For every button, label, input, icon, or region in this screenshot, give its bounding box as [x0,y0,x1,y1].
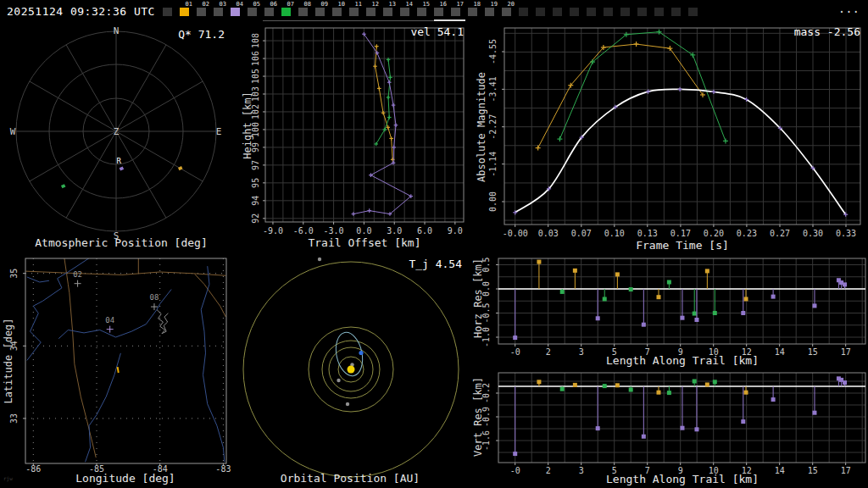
station-indicator-label: 09 [321,2,328,8]
residual-point [693,380,697,384]
magnitude-axis-label: Absolute Magnitude [476,72,487,182]
map-station-label-08: 08 [150,293,159,302]
station-indicator[interactable] [654,8,664,16]
station-indicator[interactable] [570,8,579,16]
station-indicator-17[interactable]: 17 [451,8,460,16]
trail-y-tick: 92 [251,214,260,224]
station-indicator-11[interactable]: 11 [349,8,359,16]
station-indicator[interactable] [553,8,562,16]
residual-point [573,383,577,387]
residual-point [741,419,745,424]
trail-y-tick: 106 [251,51,260,66]
orbital-caption: Orbital Position [AU] [281,472,420,485]
station-indicator-01[interactable]: 01 [180,8,189,16]
station-indicator-04[interactable]: 04 [231,8,240,16]
planet-earth [359,351,363,355]
map-station-label-02: 02 [73,270,82,279]
lc-x-tick: -0.00 [503,229,528,238]
trail-offset-axis-label: Trail Offset [km] [308,236,420,249]
residual-point [771,295,776,299]
residual-point [743,391,748,395]
station-indicator-06[interactable]: 06 [264,8,274,16]
res-x-tick: 14 [775,347,785,357]
station-indicator-16[interactable]: 16 [434,8,443,16]
station-indicator-label: 17 [457,2,464,8]
station-indicator-09[interactable]: 09 [315,8,325,16]
residual-point [560,387,565,391]
residual-point [642,435,646,439]
height-axis-label: Height [km] [242,92,253,158]
station-indicator-20[interactable]: 20 [502,8,511,16]
planet-jupiter [318,258,321,261]
residual-point [680,316,684,320]
station-indicator-05[interactable]: 05 [248,8,257,16]
residual-point [513,452,517,456]
res-x-tick: 15 [808,347,818,357]
station-indicator-label: 11 [355,2,362,8]
trail-x-tick: 3.0 [387,226,402,236]
lc-y-tick: -2.27 [488,114,498,140]
station-indicator-label: 20 [508,2,515,8]
station-indicator[interactable] [587,8,596,16]
station-indicator-07[interactable]: 07 [281,8,291,16]
station-indicator[interactable] [536,8,545,16]
station-indicator-13[interactable]: 13 [383,8,392,16]
timeline-progress[interactable] [434,19,465,21]
station-indicator-08[interactable]: 08 [298,8,308,16]
station-indicator[interactable] [688,8,698,16]
trail-y-tick: 108 [251,33,260,48]
trail-x-tick: -6.0 [293,226,314,236]
residual-point [656,391,660,395]
trail-x-tick: 0.0 [356,226,371,236]
trail-y-tick: 95 [251,178,260,188]
station-indicator[interactable] [604,8,613,16]
station-indicator-label: 03 [220,2,226,8]
station-indicator-19[interactable]: 19 [485,8,494,16]
lc-series-07 [559,32,726,141]
residual-point [713,311,717,315]
trail-x-tick: -3.0 [324,226,344,236]
res-x-tick: 3 [579,347,584,357]
residual-point [771,397,776,402]
trail-x-tick: 9.0 [448,226,463,236]
station-indicator[interactable] [637,8,647,16]
longitude-axis-label: Longitude [deg] [75,472,175,485]
residual-point [843,282,847,286]
res-x-tick: 17 [841,347,851,357]
zenith-label: Z [114,126,120,137]
station-indicator[interactable] [620,8,630,16]
station-indicator-03[interactable]: 03 [214,8,223,16]
station-indicator[interactable] [163,8,172,16]
trail-offset-plot: -9.0-6.0-3.00.03.06.09.09294959799100102… [251,28,464,236]
trail-x-tick: 6.0 [417,226,432,236]
residual-point [629,388,633,392]
light-curve-plot: -0.000.030.070.100.130.170.200.230.270.3… [488,28,860,238]
overflow-menu-button[interactable]: ... [838,2,860,15]
lc-y-tick: -4.55 [488,39,498,64]
residual-point [513,336,517,340]
tisserand-value: T_j 4.54 [409,258,462,270]
atmospheric-caption: Atmospheric Position [deg] [35,236,208,249]
map-lat-tick: 33 [9,413,19,424]
trail-y-tick: 97 [251,160,260,170]
station-indicator-12[interactable]: 12 [366,8,376,16]
station-indicator[interactable] [671,8,681,16]
lc-x-tick: 0.23 [737,229,757,238]
residual-point [537,380,541,384]
station-indicator-10[interactable]: 10 [332,8,342,16]
station-indicator-14[interactable]: 14 [400,8,409,16]
residual-point [812,303,816,308]
station-indicator[interactable] [519,8,528,16]
station-indicator-02[interactable]: 02 [197,8,206,16]
station-indicator-15[interactable]: 15 [417,8,426,16]
vert-res-plot: -0235791012141517-0.2-0.9-1.6 [481,373,865,475]
qstar-value: Q* 71.2 [178,28,225,41]
station-indicator-18[interactable]: 18 [468,8,477,16]
residual-point [843,380,847,385]
lc-y-tick: 0.00 [488,191,498,212]
orbital-position-plot [243,258,459,477]
trail-y-tick: 105 [251,69,260,84]
residual-point [812,411,816,415]
residual-point [629,287,633,291]
station-indicator-label: 05 [253,2,260,8]
